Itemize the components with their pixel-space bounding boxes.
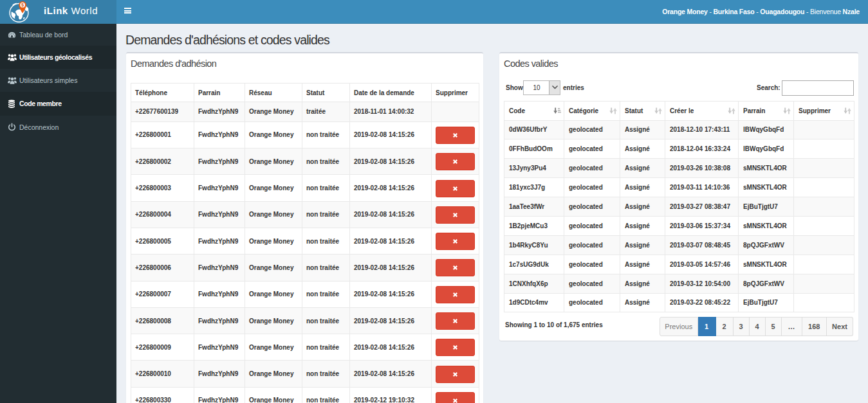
svg-text:$: $ xyxy=(21,2,24,8)
